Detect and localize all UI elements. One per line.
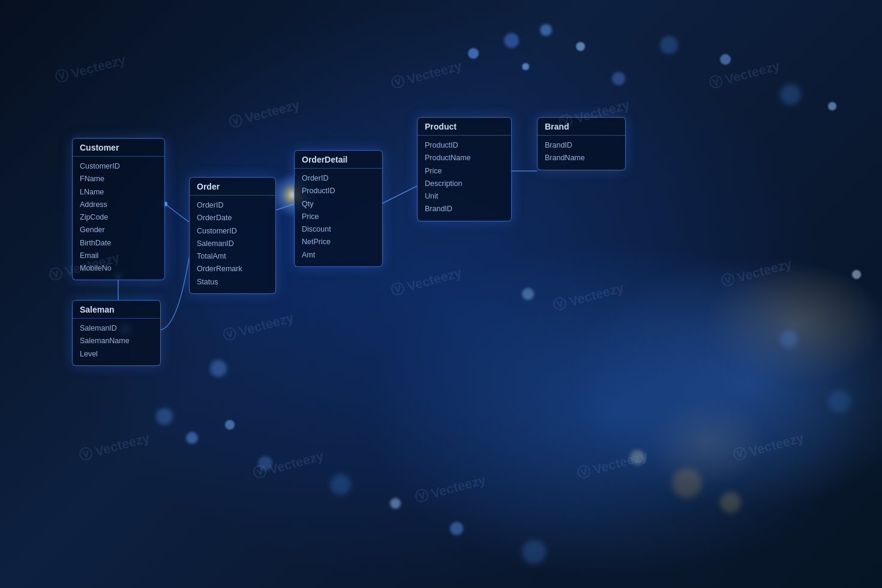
order-table-header: Order [190,178,275,196]
saleman-table-header: Saleman [73,301,160,319]
field-productname: ProductName [425,152,504,164]
bokeh-13 [225,420,235,430]
bokeh-8 [720,54,731,65]
field-netprice: NetPrice [302,236,375,248]
field-productid: ProductID [425,139,504,152]
field-fname: FName [80,173,157,185]
bokeh-22 [210,360,227,377]
field-address: Address [80,199,157,211]
field-customerid: CustomerID [80,160,157,173]
bokeh-12 [186,432,198,444]
brand-table-header: Brand [538,118,625,136]
bokeh-11 [156,408,173,425]
bokeh-4 [540,24,552,36]
field-lname: LName [80,186,157,199]
field-brandid: BrandID [545,139,618,152]
field-orderdate: OrderDate [197,212,268,224]
field-level: Level [80,348,153,361]
bokeh-2 [504,33,519,48]
field-prod-price: Price [425,165,504,178]
field-salemanid-fk: SalemanID [197,238,268,250]
saleman-table-body: SalemanID SalemanName Level [73,319,160,365]
field-zipcode: ZipCode [80,211,157,224]
bokeh-9 [780,84,801,105]
product-table-header: Product [418,118,511,136]
bokeh-10 [828,102,836,110]
saleman-table: Saleman SalemanID SalemanName Level [72,300,161,366]
orderdetail-table-header: OrderDetail [295,151,382,169]
bokeh-6 [612,72,625,85]
field-totalamt: TotalAmt [197,250,268,263]
brand-table: Brand BrandID BrandName [537,117,626,170]
field-gender: Gender [80,224,157,236]
customer-table: Customer CustomerID FName LName Address … [72,138,165,280]
field-orderid: OrderID [197,199,268,212]
customer-table-body: CustomerID FName LName Address ZipCode G… [73,157,164,280]
bokeh-17 [450,522,463,535]
bokeh-27 [828,390,851,413]
bokeh-24 [522,288,534,300]
field-discount: Discount [302,223,375,236]
bokeh-19 [630,450,645,465]
orderdetail-table-body: OrderID ProductID Qty Price Discount Net… [295,169,382,266]
field-description: Description [425,178,504,190]
field-salemanname: SalemanName [80,335,153,347]
bokeh-25 [780,330,798,348]
field-brandname: BrandName [545,152,618,164]
bokeh-16 [390,498,401,509]
field-od-orderid: OrderID [302,172,375,185]
field-salemanid: SalemanID [80,322,153,335]
orderdetail-table: OrderDetail OrderID ProductID Qty Price … [294,150,383,267]
field-email: Email [80,250,157,262]
bokeh-20 [672,468,702,498]
order-table: Order OrderID OrderDate CustomerID Salem… [189,177,276,294]
bokeh-14 [258,456,272,470]
brand-table-body: BrandID BrandName [538,136,625,170]
field-customerid-fk: CustomerID [197,225,268,238]
bokeh-18 [522,540,546,564]
customer-table-header: Customer [73,139,164,157]
bokeh-5 [576,42,585,51]
field-orderremark: OrderRemark [197,263,268,275]
field-birthdate: BirthDate [80,237,157,250]
bokeh-7 [660,36,678,54]
field-mobileno: MobileNo [80,262,157,275]
field-unit: Unit [425,190,504,203]
background [0,0,882,588]
field-qty: Qty [302,198,375,211]
bokeh-1 [468,48,479,59]
field-od-productid: ProductID [302,185,375,197]
field-prod-brandid: BrandID [425,203,504,215]
field-amt: Amt [302,249,375,262]
bokeh-3 [522,63,529,70]
product-table: Product ProductID ProductName Price Desc… [417,117,512,221]
order-table-body: OrderID OrderDate CustomerID SalemanID T… [190,196,275,293]
bokeh-15 [330,474,351,495]
product-table-body: ProductID ProductName Price Description … [418,136,511,221]
bokeh-21 [720,492,741,513]
bokeh-26 [852,270,861,279]
field-status: Status [197,276,268,289]
field-od-price: Price [302,211,375,223]
